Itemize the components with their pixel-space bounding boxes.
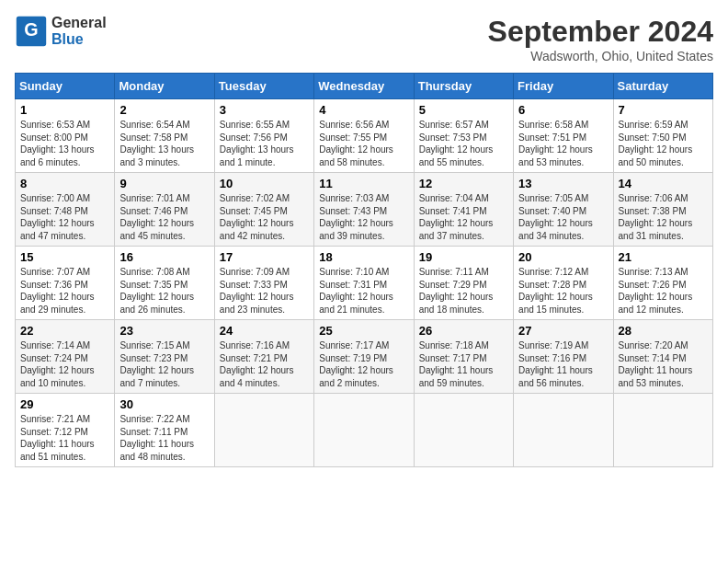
day-cell: 21Sunrise: 7:13 AM Sunset: 7:26 PM Dayli… [613,247,712,320]
day-cell: 27Sunrise: 7:19 AM Sunset: 7:16 PM Dayli… [514,320,613,394]
day-cell: 23Sunrise: 7:15 AM Sunset: 7:23 PM Dayli… [115,320,214,394]
day-number: 15 [20,250,109,264]
calendar-body: 1Sunrise: 6:53 AM Sunset: 8:00 PM Daylig… [16,99,713,467]
day-info: Sunrise: 6:55 AM Sunset: 7:56 PM Dayligh… [220,119,309,168]
logo-icon: G [15,15,48,48]
day-number: 26 [419,324,508,338]
title-area: September 2024 Wadsworth, Ohio, United S… [488,15,713,63]
day-info: Sunrise: 7:13 AM Sunset: 7:26 PM Dayligh… [619,266,708,316]
day-info: Sunrise: 7:15 AM Sunset: 7:23 PM Dayligh… [119,339,209,389]
day-cell: 8Sunrise: 7:00 AM Sunset: 7:48 PM Daylig… [16,173,115,247]
logo-line1: General [51,15,107,31]
day-number: 3 [220,103,309,117]
day-cell: 6Sunrise: 6:58 AM Sunset: 7:51 PM Daylig… [514,99,613,173]
day-info: Sunrise: 7:22 AM Sunset: 7:11 PM Dayligh… [119,413,209,463]
day-cell: 25Sunrise: 7:17 AM Sunset: 7:19 PM Dayli… [314,320,414,394]
day-number: 4 [319,103,408,117]
day-info: Sunrise: 7:06 AM Sunset: 7:38 PM Dayligh… [619,192,708,242]
location: Wadsworth, Ohio, United States [488,49,713,63]
header-friday: Friday [514,74,613,99]
day-info: Sunrise: 7:19 AM Sunset: 7:16 PM Dayligh… [518,339,608,389]
day-number: 25 [319,324,408,338]
week-row-3: 22Sunrise: 7:14 AM Sunset: 7:24 PM Dayli… [16,320,713,394]
day-cell: 17Sunrise: 7:09 AM Sunset: 7:33 PM Dayli… [214,247,313,320]
day-number: 10 [220,177,309,190]
day-info: Sunrise: 7:08 AM Sunset: 7:35 PM Dayligh… [119,266,209,316]
day-number: 5 [419,103,508,117]
day-number: 7 [619,103,708,117]
calendar-header-row: SundayMondayTuesdayWednesdayThursdayFrid… [16,74,713,99]
day-info: Sunrise: 7:01 AM Sunset: 7:46 PM Dayligh… [119,192,209,242]
day-cell: 22Sunrise: 7:14 AM Sunset: 7:24 PM Dayli… [16,320,115,394]
day-number: 16 [119,250,209,264]
day-info: Sunrise: 6:58 AM Sunset: 7:51 PM Dayligh… [518,119,608,168]
day-info: Sunrise: 6:56 AM Sunset: 7:55 PM Dayligh… [319,119,408,168]
day-cell [514,394,613,467]
day-info: Sunrise: 7:05 AM Sunset: 7:40 PM Dayligh… [518,192,608,242]
day-number: 29 [20,397,109,411]
header-saturday: Saturday [613,74,712,99]
day-info: Sunrise: 6:53 AM Sunset: 8:00 PM Dayligh… [20,119,109,168]
day-info: Sunrise: 7:12 AM Sunset: 7:28 PM Dayligh… [518,266,608,316]
day-number: 12 [419,177,508,190]
day-cell [214,394,313,467]
day-number: 18 [319,250,408,264]
day-cell: 10Sunrise: 7:02 AM Sunset: 7:45 PM Dayli… [214,173,313,247]
day-number: 27 [518,324,608,338]
day-info: Sunrise: 7:11 AM Sunset: 7:29 PM Dayligh… [419,266,508,316]
day-info: Sunrise: 7:04 AM Sunset: 7:41 PM Dayligh… [419,192,508,242]
day-number: 11 [319,177,408,190]
logo-line2: Blue [51,31,107,48]
day-info: Sunrise: 7:20 AM Sunset: 7:14 PM Dayligh… [619,339,708,389]
day-cell: 19Sunrise: 7:11 AM Sunset: 7:29 PM Dayli… [414,247,513,320]
header-monday: Monday [115,74,214,99]
day-number: 9 [119,177,209,190]
day-number: 14 [619,177,708,190]
day-info: Sunrise: 6:59 AM Sunset: 7:50 PM Dayligh… [619,119,708,168]
week-row-1: 8Sunrise: 7:00 AM Sunset: 7:48 PM Daylig… [16,173,713,247]
day-cell: 20Sunrise: 7:12 AM Sunset: 7:28 PM Dayli… [514,247,613,320]
day-cell: 11Sunrise: 7:03 AM Sunset: 7:43 PM Dayli… [314,173,414,247]
week-row-2: 15Sunrise: 7:07 AM Sunset: 7:36 PM Dayli… [16,247,713,320]
day-cell [414,394,513,467]
day-cell [314,394,414,467]
day-number: 1 [20,103,109,117]
day-cell: 15Sunrise: 7:07 AM Sunset: 7:36 PM Dayli… [16,247,115,320]
day-info: Sunrise: 7:00 AM Sunset: 7:48 PM Dayligh… [20,192,109,242]
header-tuesday: Tuesday [214,74,313,99]
day-cell: 13Sunrise: 7:05 AM Sunset: 7:40 PM Dayli… [514,173,613,247]
day-number: 22 [20,324,109,338]
day-cell: 16Sunrise: 7:08 AM Sunset: 7:35 PM Dayli… [115,247,214,320]
day-cell: 2Sunrise: 6:54 AM Sunset: 7:58 PM Daylig… [115,99,214,173]
day-info: Sunrise: 7:16 AM Sunset: 7:21 PM Dayligh… [220,339,309,389]
day-info: Sunrise: 6:54 AM Sunset: 7:58 PM Dayligh… [119,119,209,168]
header-sunday: Sunday [16,74,115,99]
month-title: September 2024 [488,15,713,49]
logo: G General Blue [15,15,107,48]
calendar-table: SundayMondayTuesdayWednesdayThursdayFrid… [15,73,713,467]
header-wednesday: Wednesday [314,74,414,99]
day-number: 13 [518,177,608,190]
day-cell: 12Sunrise: 7:04 AM Sunset: 7:41 PM Dayli… [414,173,513,247]
header-thursday: Thursday [414,74,513,99]
day-info: Sunrise: 7:14 AM Sunset: 7:24 PM Dayligh… [20,339,109,389]
day-number: 20 [518,250,608,264]
day-number: 2 [119,103,209,117]
day-number: 19 [419,250,508,264]
day-number: 17 [220,250,309,264]
svg-text:G: G [24,19,38,40]
day-number: 28 [619,324,708,338]
day-number: 21 [619,250,708,264]
day-info: Sunrise: 7:03 AM Sunset: 7:43 PM Dayligh… [319,192,408,242]
day-cell: 1Sunrise: 6:53 AM Sunset: 8:00 PM Daylig… [16,99,115,173]
day-number: 30 [119,397,209,411]
week-row-0: 1Sunrise: 6:53 AM Sunset: 8:00 PM Daylig… [16,99,713,173]
day-cell: 14Sunrise: 7:06 AM Sunset: 7:38 PM Dayli… [613,173,712,247]
day-cell: 5Sunrise: 6:57 AM Sunset: 7:53 PM Daylig… [414,99,513,173]
day-number: 6 [518,103,608,117]
day-cell: 26Sunrise: 7:18 AM Sunset: 7:17 PM Dayli… [414,320,513,394]
day-number: 8 [20,177,109,190]
day-info: Sunrise: 6:57 AM Sunset: 7:53 PM Dayligh… [419,119,508,168]
day-cell: 28Sunrise: 7:20 AM Sunset: 7:14 PM Dayli… [613,320,712,394]
header: G General Blue September 2024 Wadsworth,… [15,15,713,63]
